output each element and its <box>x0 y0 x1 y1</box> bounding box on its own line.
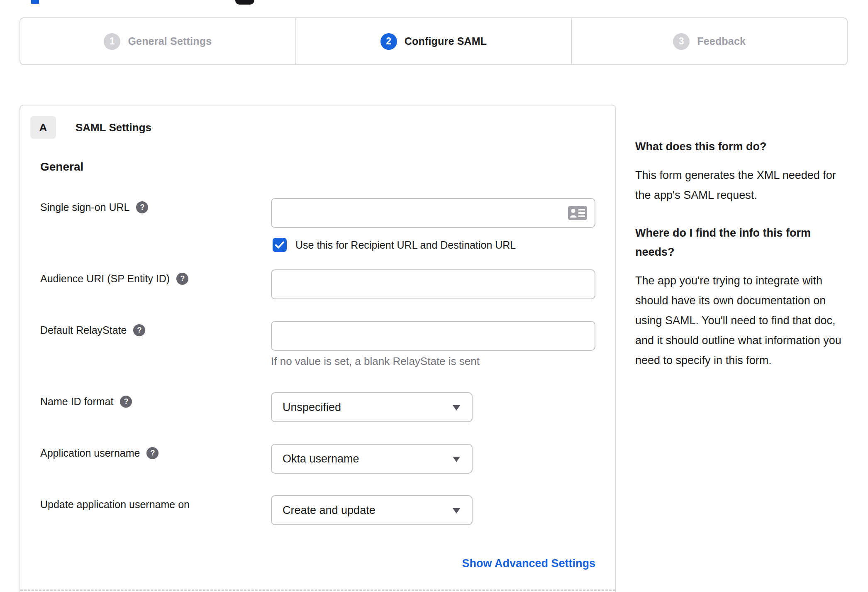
sso-url-label-wrap: Single sign-on URL ? <box>40 201 148 213</box>
name-id-format-row: Name ID format ? Unspecified <box>20 392 615 426</box>
wizard-stepper: 1 General Settings 2 Configure SAML 3 Fe… <box>20 17 848 65</box>
show-advanced-settings-link[interactable]: Show Advanced Settings <box>462 557 595 570</box>
sidebar-heading-where: Where do I find the info this form needs… <box>635 223 847 262</box>
application-username-row: Application username ? Okta username <box>20 444 615 477</box>
sso-url-control <box>271 198 595 228</box>
configure-saml-page: 1 General Settings 2 Configure SAML 3 Fe… <box>0 0 868 592</box>
audience-uri-row: Audience URI (SP Entity ID) ? <box>20 269 615 303</box>
name-id-format-label: Name ID format <box>40 396 113 408</box>
sidebar-heading-what: What does this form do? <box>635 137 847 156</box>
relay-state-help-icon[interactable]: ? <box>133 324 145 336</box>
help-sidebar: What does this form do? This form genera… <box>635 137 847 389</box>
relay-state-label: Default RelayState <box>40 324 127 336</box>
application-username-select[interactable]: Okta username <box>271 444 473 474</box>
section-dashed-divider <box>20 590 615 591</box>
relay-state-label-wrap: Default RelayState ? <box>40 324 145 336</box>
step-feedback[interactable]: 3 Feedback <box>571 18 847 64</box>
chevron-down-icon <box>453 508 460 514</box>
audience-uri-label-wrap: Audience URI (SP Entity ID) ? <box>40 273 188 285</box>
recipient-url-checkbox[interactable] <box>273 238 287 252</box>
section-a-badge: A <box>30 116 56 139</box>
name-id-format-help-icon[interactable]: ? <box>120 396 132 408</box>
application-username-label-wrap: Application username ? <box>40 447 158 459</box>
contact-card-icon[interactable] <box>568 206 587 222</box>
sso-url-label: Single sign-on URL <box>40 201 129 213</box>
name-id-format-value: Unspecified <box>283 401 341 414</box>
step-1-number: 1 <box>104 33 120 50</box>
step-2-label: Configure SAML <box>405 35 487 47</box>
sidebar-body-where: The app you're trying to integrate with … <box>635 271 847 370</box>
application-username-help-icon[interactable]: ? <box>146 447 158 459</box>
relay-state-input[interactable] <box>271 321 595 351</box>
step-3-number: 3 <box>673 33 690 50</box>
relay-state-control <box>271 321 595 351</box>
step-1-label: General Settings <box>128 35 212 47</box>
checkmark-icon <box>275 241 284 249</box>
sso-url-help-icon[interactable]: ? <box>136 201 148 213</box>
update-username-value: Create and update <box>283 504 375 517</box>
recipient-url-checkbox-row: Use this for Recipient URL and Destinati… <box>20 238 615 254</box>
chevron-down-icon <box>453 405 460 411</box>
application-username-label: Application username <box>40 447 140 459</box>
audience-uri-label: Audience URI (SP Entity ID) <box>40 273 170 285</box>
application-username-value: Okta username <box>283 453 359 465</box>
update-username-select[interactable]: Create and update <box>271 495 473 525</box>
name-id-format-label-wrap: Name ID format ? <box>40 396 132 408</box>
update-username-row: Update application username on Create an… <box>20 495 615 528</box>
general-group-title: General <box>40 160 83 174</box>
name-id-format-control: Unspecified <box>271 392 473 422</box>
recipient-url-checkbox-label: Use this for Recipient URL and Destinati… <box>295 238 516 252</box>
update-username-label: Update application username on <box>40 499 190 511</box>
step-configure-saml[interactable]: 2 Configure SAML <box>295 18 571 64</box>
relay-state-hint: If no value is set, a blank RelayState i… <box>271 355 480 368</box>
step-3-label: Feedback <box>697 35 746 47</box>
audience-uri-control <box>271 269 595 299</box>
application-username-control: Okta username <box>271 444 473 474</box>
relay-state-row: Default RelayState ? <box>20 321 615 354</box>
update-username-control: Create and update <box>271 495 473 525</box>
step-general-settings[interactable]: 1 General Settings <box>20 18 295 64</box>
update-username-label-wrap: Update application username on <box>40 499 190 511</box>
audience-uri-input[interactable] <box>271 269 595 299</box>
chevron-down-icon <box>453 457 460 462</box>
panel-title: SAML Settings <box>76 121 151 134</box>
sso-url-input[interactable] <box>271 198 595 228</box>
cut-off-blue-element <box>31 0 39 4</box>
saml-settings-panel: A SAML Settings General Single sign-on U… <box>20 105 616 592</box>
sso-url-row: Single sign-on URL ? <box>20 198 615 231</box>
advanced-settings-row: Show Advanced Settings <box>271 557 595 570</box>
cut-off-app-logo <box>235 0 254 5</box>
sidebar-body-what: This form generates the XML needed for t… <box>635 165 847 205</box>
name-id-format-select[interactable]: Unspecified <box>271 392 473 422</box>
panel-header: A SAML Settings <box>30 116 151 139</box>
audience-uri-help-icon[interactable]: ? <box>176 273 188 285</box>
step-2-number: 2 <box>380 33 397 50</box>
